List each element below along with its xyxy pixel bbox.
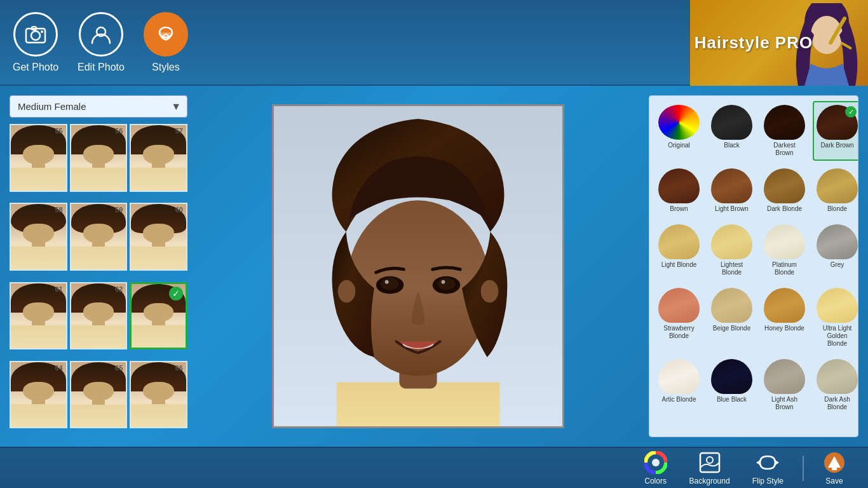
background-button[interactable]: Background — [680, 448, 740, 489]
thumbnail-64[interactable]: 64 — [10, 361, 67, 429]
nav-get-photo[interactable]: Get Photo — [13, 12, 58, 73]
svg-point-18 — [385, 280, 389, 284]
black-swatch — [711, 105, 752, 140]
lightest-blonde-label: Lightest Blonde — [711, 261, 752, 276]
styles-icon — [144, 12, 188, 57]
thumbnails-grid: 55 56 57 — [10, 124, 187, 437]
platinum-blonde-label: Platinum Blonde — [764, 261, 805, 276]
svg-rect-13 — [337, 383, 500, 426]
colors-icon — [644, 451, 667, 474]
save-button[interactable]: Save — [813, 448, 855, 489]
color-honey-blonde[interactable]: Honey Blonde — [760, 284, 809, 351]
honey-blonde-swatch — [764, 288, 805, 323]
svg-point-1 — [31, 31, 40, 40]
color-light-brown[interactable]: Light Brown — [707, 165, 756, 217]
strawberry-blonde-swatch — [658, 288, 700, 323]
beige-blonde-label: Beige Blonde — [713, 325, 751, 332]
left-panel: Medium Female Short Female Long Female S… — [10, 95, 187, 437]
color-darkest-brown[interactable]: Darkest Brown — [760, 101, 809, 161]
colors-button[interactable]: Colors — [635, 448, 677, 489]
color-dark-ash-blonde[interactable]: Dark Ash Blonde — [813, 355, 858, 415]
grey-swatch — [817, 224, 858, 259]
flip-style-label: Flip Style — [752, 477, 783, 485]
dark-brown-label: Dark Brown — [820, 142, 853, 149]
background-label: Background — [689, 477, 730, 485]
colors-grid: Original Black Darkest Brown ✓ Dar — [654, 101, 853, 415]
light-ash-brown-label: Light Ash Brown — [764, 396, 805, 411]
beige-blonde-swatch — [711, 288, 752, 323]
light-brown-swatch — [711, 168, 752, 203]
nav-items: Get Photo Edit Photo Styles — [13, 12, 188, 73]
color-light-blonde[interactable]: Light Blonde — [654, 220, 703, 280]
thumbnail-63[interactable]: ✓ — [130, 282, 187, 350]
strawberry-blonde-label: Strawberry Blonde — [658, 325, 700, 340]
thumbnail-62[interactable]: 62 — [70, 282, 128, 350]
svg-point-22 — [338, 280, 356, 303]
thumbnail-60[interactable]: 60 — [130, 203, 187, 271]
edit-photo-icon — [79, 12, 123, 57]
brown-label: Brown — [670, 205, 688, 213]
dark-blonde-label: Dark Blonde — [767, 205, 802, 213]
original-swatch — [658, 105, 700, 140]
artic-blonde-label: Artic Blonde — [662, 396, 696, 403]
ultra-light-golden-blonde-label: Ultra Light Golden Blonde — [817, 325, 858, 348]
svg-point-8 — [811, 16, 843, 54]
save-icon — [823, 451, 846, 474]
divider — [803, 456, 804, 481]
app-title: Hairstyle PRO — [695, 33, 813, 53]
artic-blonde-swatch — [658, 359, 700, 394]
selected-check: ✓ — [845, 106, 857, 118]
dark-brown-swatch: ✓ — [817, 105, 858, 140]
color-strawberry-blonde[interactable]: Strawberry Blonde — [654, 284, 703, 351]
color-lightest-blonde[interactable]: Lightest Blonde — [707, 220, 756, 280]
svg-point-23 — [481, 280, 499, 303]
grey-label: Grey — [831, 261, 844, 269]
color-black[interactable]: Black — [707, 101, 756, 161]
style-dropdown[interactable]: Medium Female Short Female Long Female S… — [10, 95, 187, 118]
svg-point-17 — [381, 278, 399, 290]
svg-point-27 — [707, 457, 713, 463]
color-ultra-light-golden-blonde[interactable]: Ultra Light Golden Blonde — [813, 284, 858, 351]
color-blue-black[interactable]: Blue Black — [707, 355, 756, 415]
color-artic-blonde[interactable]: Artic Blonde — [654, 355, 703, 415]
nav-edit-photo[interactable]: Edit Photo — [78, 12, 125, 73]
thumbnail-58[interactable]: 58 — [10, 203, 67, 271]
bottom-bar: Colors Background Flip Style — [0, 447, 868, 488]
svg-point-21 — [442, 280, 445, 284]
color-beige-blonde[interactable]: Beige Blonde — [707, 284, 756, 351]
thumbnail-57[interactable]: 57 — [130, 124, 187, 192]
color-dark-brown[interactable]: ✓ Dark Brown — [813, 101, 858, 161]
color-original[interactable]: Original — [654, 101, 703, 161]
blue-black-swatch — [711, 359, 752, 394]
nav-styles[interactable]: Styles — [144, 12, 188, 73]
thumbnail-55[interactable]: 55 — [10, 124, 67, 192]
center-panel — [197, 95, 639, 437]
flip-style-button[interactable]: Flip Style — [743, 448, 793, 489]
svg-rect-32 — [832, 468, 837, 470]
svg-point-3 — [41, 30, 43, 33]
color-platinum-blonde[interactable]: Platinum Blonde — [760, 220, 809, 280]
thumbnail-56[interactable]: 56 — [70, 124, 128, 192]
thumbnail-59[interactable]: 59 — [70, 203, 128, 271]
blonde-label: Blonde — [827, 205, 847, 213]
thumbnail-65[interactable]: 65 — [70, 361, 128, 429]
style-dropdown-wrap[interactable]: Medium Female Short Female Long Female S… — [10, 95, 187, 118]
color-dark-blonde[interactable]: Dark Blonde — [760, 165, 809, 217]
light-ash-brown-swatch — [764, 359, 805, 394]
darkest-brown-label: Darkest Brown — [764, 142, 805, 157]
color-brown[interactable]: Brown — [654, 165, 703, 217]
color-grey[interactable]: Grey — [813, 220, 858, 280]
color-blonde[interactable]: Blonde — [813, 165, 858, 217]
ultra-light-golden-blonde-swatch — [817, 288, 858, 323]
svg-point-25 — [652, 459, 660, 466]
original-label: Original — [668, 142, 689, 149]
thumbnail-66[interactable]: 66 — [130, 361, 187, 429]
thumbnail-61[interactable]: 61 — [10, 282, 67, 350]
blonde-swatch — [817, 168, 858, 203]
darkest-brown-swatch — [764, 105, 805, 140]
svg-point-20 — [438, 278, 456, 290]
color-light-ash-brown[interactable]: Light Ash Brown — [760, 355, 809, 415]
styles-label: Styles — [152, 62, 180, 73]
dark-blonde-swatch — [764, 168, 805, 203]
top-bar: Get Photo Edit Photo Styles Ha — [0, 0, 868, 86]
